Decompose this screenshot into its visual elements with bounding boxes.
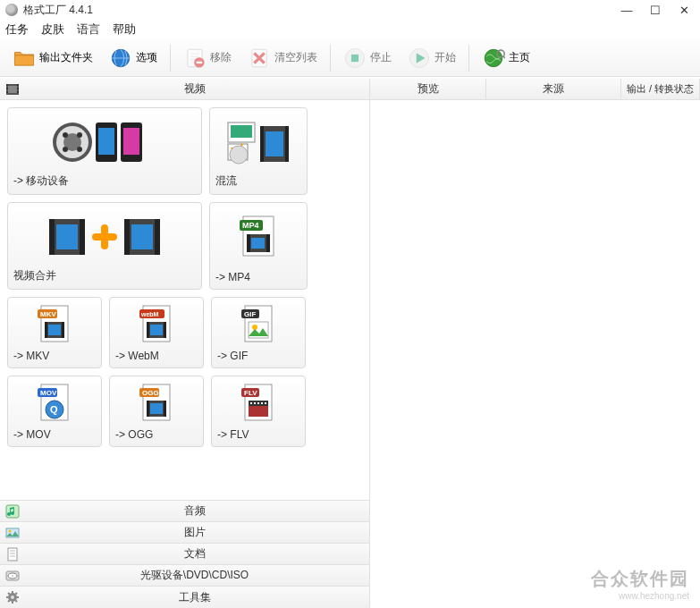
svg-rect-34 [260, 126, 264, 162]
svg-rect-17 [17, 91, 19, 93]
tile-webm-label: -> WebM [115, 346, 198, 362]
svg-text:Q: Q [50, 404, 58, 415]
svg-text:MOV: MOV [40, 389, 57, 397]
stop-button[interactable]: 停止 [336, 43, 399, 73]
category-video-header[interactable]: 视频 [0, 79, 369, 100]
svg-rect-65 [150, 325, 163, 335]
mux-icon [215, 114, 301, 170]
mkv-icon: MKV [13, 303, 96, 346]
svg-rect-43 [155, 219, 160, 255]
mp4-icon: MP4 [215, 208, 301, 267]
options-button[interactable]: 选项 [102, 43, 164, 73]
svg-text:MP4: MP4 [242, 221, 259, 230]
film-icon [5, 82, 20, 97]
tile-mobile[interactable]: -> 移动设备 [7, 107, 202, 195]
svg-rect-35 [285, 126, 289, 162]
maximize-button[interactable]: ☐ [645, 4, 666, 17]
tile-flv-label: -> FLV [217, 425, 299, 441]
svg-rect-11 [8, 86, 17, 93]
tile-merge-label: 视频合并 [13, 265, 196, 283]
options-label: 选项 [136, 50, 157, 65]
music-note-icon [5, 504, 20, 519]
tile-mp4[interactable]: MP4 -> MP4 [209, 202, 308, 290]
svg-point-94 [12, 575, 13, 576]
video-tiles-scroll[interactable]: -> 移动设备 混流 [0, 100, 369, 501]
svg-rect-58 [48, 325, 61, 335]
svg-rect-49 [247, 234, 250, 252]
svg-rect-91 [8, 548, 17, 561]
svg-rect-50 [266, 234, 270, 252]
gif-icon: GIF [217, 303, 299, 346]
svg-rect-87 [249, 406, 268, 417]
remove-button[interactable]: 移除 [176, 43, 239, 73]
gear-sm-icon [5, 590, 20, 604]
svg-point-90 [9, 529, 12, 532]
col-status[interactable]: 输出 / 转换状态 [621, 79, 700, 99]
main-area: 视频 -> 移动设备 [0, 79, 700, 608]
clear-list-button[interactable]: 清空列表 [240, 43, 325, 73]
svg-rect-81 [164, 401, 166, 417]
close-button[interactable]: ✕ [673, 4, 695, 17]
svg-rect-6 [351, 54, 358, 61]
tile-mp4-label: -> MP4 [215, 267, 301, 283]
tile-mov-label: -> MOV [13, 425, 96, 441]
tile-mkv[interactable]: MKV -> MKV [7, 297, 102, 368]
svg-rect-51 [251, 238, 265, 249]
menu-help[interactable]: 帮助 [113, 21, 136, 38]
menu-language[interactable]: 语言 [77, 21, 100, 38]
clear-list-label: 清空列表 [274, 50, 317, 65]
svg-rect-36 [266, 131, 283, 156]
task-list-header: 预览 来源 输出 / 转换状态 [370, 79, 700, 100]
category-audio-label: 音频 [25, 503, 364, 519]
stop-icon [343, 46, 367, 70]
category-audio-header[interactable]: 音频 [0, 501, 369, 522]
col-preview[interactable]: 预览 [370, 79, 486, 99]
mobile-device-icon [13, 114, 196, 170]
disc-drive-icon [5, 569, 20, 583]
start-button[interactable]: 开始 [401, 43, 463, 73]
left-pane: 视频 -> 移动设备 [0, 79, 370, 608]
tile-ogg[interactable]: OGG -> OGG [109, 376, 204, 447]
start-icon [408, 46, 431, 70]
tile-mobile-label: -> 移动设备 [13, 170, 196, 189]
svg-rect-64 [164, 322, 166, 338]
svg-text:GIF: GIF [244, 310, 256, 318]
tile-merge[interactable]: 视频合并 [7, 202, 202, 290]
tile-mux[interactable]: 混流 [209, 107, 308, 195]
menu-task[interactable]: 任务 [5, 21, 29, 38]
svg-point-32 [230, 146, 248, 164]
toolbar-separator [170, 45, 171, 72]
tile-flv[interactable]: FLV -> FLV [211, 376, 306, 447]
category-document-header[interactable]: 文档 [0, 544, 369, 565]
picture-icon [5, 526, 20, 540]
mov-icon: MOVQ [13, 382, 96, 425]
minimize-button[interactable]: — [616, 4, 637, 17]
svg-rect-42 [124, 219, 130, 255]
svg-point-96 [11, 595, 14, 599]
document-icon [5, 547, 20, 562]
tile-mkv-label: -> MKV [13, 346, 96, 362]
category-picture-header[interactable]: 图片 [0, 522, 369, 544]
category-optical-header[interactable]: 光驱设备\DVD\CD\ISO [0, 565, 369, 587]
menu-bar: 任务 皮肤 语言 帮助 [0, 20, 700, 39]
tile-gif[interactable]: GIF -> GIF [211, 297, 306, 368]
remove-icon [183, 46, 207, 70]
svg-rect-38 [49, 219, 55, 255]
tile-webm[interactable]: webM -> WebM [109, 297, 204, 368]
svg-rect-40 [56, 224, 78, 249]
category-toolset-header[interactable]: 工具集 [0, 587, 369, 608]
svg-rect-39 [80, 219, 85, 255]
col-source[interactable]: 来源 [486, 79, 621, 99]
svg-point-22 [77, 132, 82, 138]
home-button[interactable]: 主页 [475, 43, 537, 73]
svg-rect-28 [123, 128, 139, 155]
output-folder-button[interactable]: 输出文件夹 [5, 43, 100, 73]
app-icon [5, 4, 18, 16]
flv-icon: FLV [217, 382, 299, 425]
remove-label: 移除 [210, 50, 232, 65]
menu-skin[interactable]: 皮肤 [41, 21, 64, 38]
tile-mov[interactable]: MOVQ -> MOV [7, 376, 102, 447]
svg-rect-56 [45, 322, 47, 338]
title-bar: 格式工厂 4.4.1 — ☐ ✕ [0, 0, 700, 20]
svg-rect-80 [147, 401, 149, 417]
